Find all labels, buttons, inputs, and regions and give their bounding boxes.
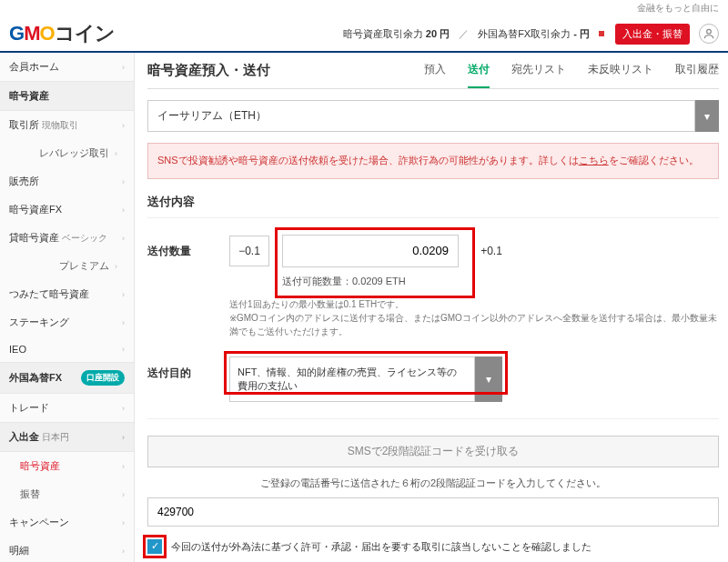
page-title: 暗号資産預入・送付 — [147, 62, 270, 88]
chevron-down-icon: ▾ — [695, 100, 719, 132]
sidebar-head-crypto: 暗号資産 — [0, 81, 134, 111]
asset-selected-label: イーサリアム（ETH） — [147, 100, 695, 132]
tab-pending[interactable]: 未反映リスト — [588, 62, 653, 88]
deposit-withdraw-button[interactable]: 入出金・振替 — [615, 24, 690, 45]
sidebar-trade[interactable]: トレード› — [0, 394, 134, 422]
sidebar-campaign[interactable]: キャンペーン› — [0, 508, 134, 537]
tab-addr-list[interactable]: 宛先リスト — [511, 62, 566, 88]
logo[interactable]: GMOコイン — [9, 20, 115, 47]
sidebar-head-forex: 外国為替FX 口座開設 — [0, 362, 134, 394]
sidebar-ieo[interactable]: IEO› — [0, 336, 134, 362]
sidebar-io-crypto[interactable]: 暗号資産› — [0, 452, 134, 480]
crypto-balance: 暗号資産取引余力 20 円 — [343, 27, 450, 41]
sidebar-home[interactable]: 会員ホーム› — [0, 53, 134, 81]
sidebar-detail[interactable]: 明細› — [0, 537, 134, 562]
open-account-badge[interactable]: 口座開設 — [81, 370, 125, 386]
sidebar-leverage[interactable]: レバレッジ取引› — [0, 139, 134, 167]
checkbox-legal-label: 今回の送付が外為法に基づく許可・承認・届出を要する取引に該当しないことを確認しま… — [171, 539, 592, 556]
checkbox-legal[interactable]: ✓ — [147, 539, 162, 554]
svg-point-0 — [707, 29, 712, 34]
tagline: 金融をもっと自由に — [0, 0, 728, 16]
sidebar-tsumitate[interactable]: つみたて暗号資産› — [0, 280, 134, 308]
sidebar-lending[interactable]: 貸暗号資産 ベーシック› — [0, 224, 134, 252]
chevron-right-icon: › — [122, 63, 125, 72]
alert-dot-icon — [599, 31, 604, 36]
qty-minus-button[interactable]: −0.1 — [229, 236, 269, 266]
account-icon[interactable] — [699, 24, 719, 44]
scam-warning: SNSで投資勧誘や暗号資産の送付依頼を受けた場合、詐欺行為の可能性があります。詳… — [147, 143, 719, 179]
asset-select[interactable]: イーサリアム（ETH） ▾ — [147, 100, 719, 132]
tab-deposit[interactable]: 預入 — [424, 62, 446, 88]
sidebar-crypto-fx[interactable]: 暗号資産FX› — [0, 196, 134, 224]
qty-label: 送付数量 — [147, 235, 229, 259]
sidebar: 会員ホーム› 暗号資産 取引所 現物取引› レバレッジ取引› 販売所› 暗号資産… — [0, 53, 135, 562]
qty-notes: 送付1回あたりの最小数量は0.1 ETHです。 ※GMOコイン内のアドレスに送付… — [229, 297, 719, 338]
sidebar-staking[interactable]: ステーキング› — [0, 308, 134, 336]
section-title: 送付内容 — [147, 194, 719, 218]
qty-available: 送付可能数量：0.0209 ETH — [282, 275, 719, 288]
purpose-selected-label: NFT、情報、知的財産権の売買、ライセンス等の費用の支払い — [229, 356, 475, 402]
fx-balance: 外国為替FX取引余力 - 円 — [478, 27, 590, 41]
sidebar-sales[interactable]: 販売所› — [0, 167, 134, 196]
purpose-label: 送付目的 — [147, 356, 229, 381]
sidebar-premium[interactable]: プレミアム› — [0, 252, 134, 280]
qty-input[interactable] — [282, 235, 459, 267]
purpose-select[interactable]: NFT、情報、知的財産権の売買、ライセンス等の費用の支払い ▾ — [229, 356, 502, 402]
tab-history[interactable]: 取引履歴 — [675, 62, 719, 88]
sidebar-head-io: 入出金 日本円› — [0, 422, 134, 452]
chevron-down-icon: ▾ — [475, 356, 502, 402]
sms-code-input[interactable] — [147, 497, 719, 527]
sms-code-button[interactable]: SMSで2段階認証コードを受け取る — [147, 436, 719, 467]
header-bar: GMOコイン 暗号資産取引余力 20 円 ／ 外国為替FX取引余力 - 円 入出… — [0, 16, 728, 53]
main-content: 暗号資産預入・送付 預入 送付 宛先リスト 未反映リスト 取引履歴 イーサリアム… — [135, 53, 728, 562]
sidebar-exchange[interactable]: 取引所 現物取引› — [0, 111, 134, 139]
warning-link[interactable]: こちら — [579, 155, 609, 166]
sidebar-io-transfer[interactable]: 振替› — [0, 480, 134, 508]
sms-note: ご登録の電話番号に送信された６桁の2段階認証コードを入力してください。 — [147, 477, 719, 490]
tab-send[interactable]: 送付 — [468, 62, 490, 88]
tabs: 預入 送付 宛先リスト 未反映リスト 取引履歴 — [424, 62, 719, 88]
qty-plus-button[interactable]: +0.1 — [471, 236, 511, 266]
